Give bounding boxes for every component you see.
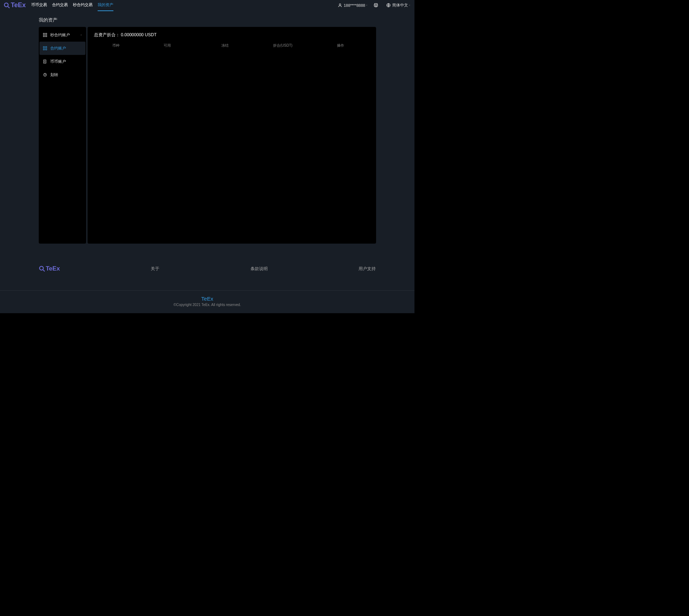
total-assets-value: 0.00000000 USDT — [121, 32, 156, 37]
sidebar-item-transfer[interactable]: 划转 — [39, 68, 85, 81]
footer-link-support[interactable]: 用户支持 — [358, 266, 376, 272]
footer-links: TeEx 关于 条款说明 用户支持 — [39, 254, 376, 290]
sidebar-item-label: 合约账户 — [50, 46, 66, 51]
page-title: 我的资产 — [39, 17, 376, 23]
chevron-down-icon: ‹ — [366, 4, 367, 7]
search-logo-icon — [4, 2, 10, 9]
main-panel: 总资产折合： 0.00000000 USDT 币种 可用 冻结 折合(USDT)… — [88, 27, 376, 244]
svg-rect-12 — [46, 47, 47, 48]
chevron-down-icon: ‹ — [409, 4, 410, 7]
nav-second-contract-trade[interactable]: 秒合约交易 — [73, 0, 93, 11]
sidebar-item-label: 币币账户 — [50, 59, 66, 64]
nav-spot-trade[interactable]: 币币交易 — [31, 0, 47, 11]
svg-point-0 — [4, 3, 8, 7]
svg-line-1 — [8, 6, 10, 8]
transfer-icon — [43, 73, 47, 77]
search-logo-icon — [39, 265, 45, 272]
col-header-converted: 折合(USDT) — [254, 43, 311, 48]
footer-copyright: ©Copyright 2021 TeEx. All rights reserve… — [0, 303, 414, 307]
chevron-down-icon: ‹ — [81, 33, 82, 37]
footer-logo-text: TeEx — [46, 265, 60, 272]
printer-icon — [374, 3, 378, 8]
sidebar-item-coin-account[interactable]: 币币账户 — [39, 55, 85, 68]
svg-point-20 — [39, 266, 43, 270]
total-assets: 总资产折合： 0.00000000 USDT — [94, 32, 370, 38]
svg-rect-13 — [43, 49, 44, 50]
svg-line-21 — [43, 270, 45, 272]
sidebar-item-label: 划转 — [50, 72, 58, 77]
svg-rect-8 — [46, 33, 47, 34]
globe-icon — [386, 3, 391, 8]
col-header-available: 可用 — [138, 43, 196, 48]
user-menu[interactable]: 188****8888 ‹ — [338, 3, 367, 8]
sidebar-item-label: 秒合约账户 — [50, 32, 70, 38]
grid-icon — [43, 46, 47, 51]
svg-rect-10 — [46, 36, 47, 37]
logo-text: TeEx — [11, 1, 26, 9]
svg-rect-11 — [43, 47, 44, 48]
footer-link-terms[interactable]: 条款说明 — [250, 266, 268, 272]
footer-logo[interactable]: TeEx — [39, 265, 60, 272]
col-header-operation: 操作 — [311, 43, 369, 48]
grid-icon — [43, 33, 47, 37]
nav-my-assets[interactable]: 我的资产 — [98, 0, 113, 11]
footer-bottom: TeEx ©Copyright 2021 TeEx. All rights re… — [0, 290, 414, 313]
logo[interactable]: TeEx — [4, 1, 26, 9]
col-header-frozen: 冻结 — [196, 43, 254, 48]
sidebar: 秒合约账户 ‹ 合约账户 — [39, 27, 86, 244]
svg-point-19 — [43, 73, 46, 76]
col-header-coin: 币种 — [94, 43, 139, 48]
user-label: 188****8888 — [344, 3, 365, 8]
svg-rect-14 — [46, 49, 47, 50]
nav-links: 币币交易 合约交易 秒合约交易 我的资产 — [31, 0, 113, 11]
svg-rect-9 — [43, 36, 44, 37]
language-selector[interactable]: 简体中文 ‹ — [386, 3, 410, 8]
total-assets-label: 总资产折合： — [94, 32, 120, 37]
language-label: 简体中文 — [392, 3, 408, 8]
nav-contract-trade[interactable]: 合约交易 — [52, 0, 68, 11]
table-header: 币种 可用 冻结 折合(USDT) 操作 — [94, 43, 370, 48]
svg-rect-7 — [43, 33, 44, 34]
header-bar: TeEx 币币交易 合约交易 秒合约交易 我的资产 188****8888 ‹ — [0, 0, 414, 10]
doc-icon — [43, 60, 47, 64]
footer-link-about[interactable]: 关于 — [151, 266, 159, 272]
svg-point-2 — [339, 4, 341, 5]
user-icon — [338, 3, 342, 8]
svg-rect-4 — [374, 4, 378, 6]
footer-brand: TeEx — [0, 296, 414, 302]
sidebar-item-contract-account[interactable]: 合约账户 — [39, 42, 85, 55]
print-button[interactable] — [374, 3, 380, 8]
sidebar-item-second-contract-account[interactable]: 秒合约账户 ‹ — [39, 28, 85, 42]
